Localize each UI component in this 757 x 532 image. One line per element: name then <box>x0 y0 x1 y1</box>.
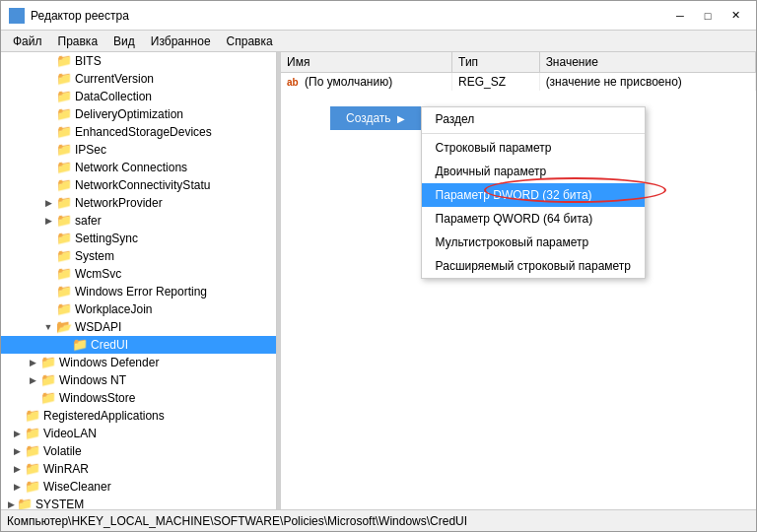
submenu-item-section[interactable]: Раздел <box>422 107 645 131</box>
expander-currentversion <box>40 71 56 87</box>
tree-label-networkconnections: Network Connections <box>75 161 187 174</box>
svg-rect-3 <box>18 17 24 23</box>
expander-wisecleaner: ▶ <box>9 479 25 495</box>
folder-icon-windowsdefender: 📁 <box>40 356 56 369</box>
expander-system <box>40 248 56 264</box>
tree-label-system2: SYSTEM <box>35 498 84 509</box>
submenu-item-multistring[interactable]: Мультистроковый параметр <box>422 231 645 254</box>
folder-icon-volatile: 📁 <box>25 444 40 458</box>
tree-item-windowserrorreporting[interactable]: 📁 Windows Error Reporting <box>1 283 276 300</box>
tree-label-safer: safer <box>75 214 102 228</box>
tree-label-credui: CredUI <box>91 338 128 352</box>
tree-item-wsdapi[interactable]: ▼ 📂 WSDAPI <box>1 318 276 336</box>
right-panel: Имя Тип Значение ab (По умолчанию) REG_S… <box>281 52 756 509</box>
tree-item-volatile[interactable]: ▶ 📁 Volatile <box>1 442 276 460</box>
expander-registeredapplications <box>9 408 25 424</box>
tree-item-credui[interactable]: 📁 CredUI <box>1 336 276 354</box>
menu-favorites[interactable]: Избранное <box>143 33 219 50</box>
folder-icon-wcmsvc: 📁 <box>56 267 72 281</box>
submenu-item-binary[interactable]: Двоичный параметр <box>422 160 645 183</box>
submenu-item-string[interactable]: Строковый параметр <box>422 136 645 160</box>
expander-system2: ▶ <box>1 497 17 509</box>
submenu-item-expandstring[interactable]: Расширяемый строковый параметр <box>422 254 645 278</box>
folder-icon-system2: 📁 <box>17 498 33 509</box>
submenu-item-qword[interactable]: Параметр QWORD (64 бита) <box>422 207 645 231</box>
tree-item-windowsstore[interactable]: 📁 WindowsStore <box>1 389 276 407</box>
tree-item-deliveryoptimization[interactable]: 📁 DeliveryOptimization <box>1 105 276 123</box>
maximize-button[interactable]: □ <box>695 6 721 26</box>
folder-icon-wisecleaner: 📁 <box>25 480 40 494</box>
tree-label-deliveryoptimization: DeliveryOptimization <box>75 107 183 121</box>
reg-type: REG_SZ <box>452 72 540 91</box>
folder-icon-networkconnections: 📁 <box>56 161 72 174</box>
folder-icon-networkconnectivitystatu: 📁 <box>56 178 72 192</box>
expander-workplacejoin <box>40 301 56 317</box>
tree-label-system: System <box>75 249 114 263</box>
expander-windowsstore <box>25 390 40 406</box>
tree-item-ipsec[interactable]: 📁 IPSec <box>1 141 276 159</box>
tree-item-system2[interactable]: ▶ 📁 SYSTEM <box>1 496 276 509</box>
tree-item-bits[interactable]: 📁 BITS <box>1 52 276 70</box>
tree-item-datacollection[interactable]: 📁 DataCollection <box>1 88 276 105</box>
expander-volatile: ▶ <box>9 443 25 459</box>
tree-item-enhancedstoragedevices[interactable]: 📁 EnhancedStorageDevices <box>1 123 276 141</box>
folder-icon-workplacejoin: 📁 <box>56 302 72 316</box>
svg-rect-0 <box>10 9 16 15</box>
folder-icon-currentversion: 📁 <box>56 72 72 86</box>
expander-deliveryoptimization <box>40 106 56 122</box>
expander-wcmsvc <box>40 266 56 282</box>
tree-item-settingsync[interactable]: 📁 SettingSync <box>1 230 276 247</box>
table-row[interactable]: ab (По умолчанию) REG_SZ (значение не пр… <box>281 72 756 91</box>
folder-icon-windowserrorreporting: 📁 <box>56 285 72 299</box>
tree-label-networkconnectivitystatu: NetworkConnectivityStatu <box>75 178 210 192</box>
expander-windowserrorreporting <box>40 284 56 299</box>
close-button[interactable]: ✕ <box>723 6 748 26</box>
title-bar: Редактор реестра ─ □ ✕ <box>1 1 756 31</box>
registry-table: Имя Тип Значение ab (По умолчанию) REG_S… <box>281 52 756 91</box>
menu-view[interactable]: Вид <box>105 33 143 50</box>
menu-edit[interactable]: Правка <box>50 33 106 50</box>
tree-label-bits: BITS <box>75 54 102 68</box>
tree-label-windowserrorreporting: Windows Error Reporting <box>75 285 207 299</box>
main-content: 📁 BITS 📁 CurrentVersion 📁 DataCollection… <box>1 52 756 509</box>
tree-label-windowsnt: Windows NT <box>59 373 126 387</box>
tree-label-windowsstore: WindowsStore <box>59 391 135 405</box>
folder-icon-registeredapplications: 📁 <box>25 409 40 423</box>
expander-wsdapi: ▼ <box>40 319 56 335</box>
folder-icon-windowsstore: 📁 <box>40 391 56 405</box>
tree-label-ipsec: IPSec <box>75 143 106 157</box>
tree-item-windowsdefender[interactable]: ▶ 📁 Windows Defender <box>1 354 276 371</box>
create-arrow-icon: ▶ <box>397 113 405 124</box>
folder-icon-system: 📁 <box>56 249 72 263</box>
submenu-item-dword[interactable]: Параметр DWORD (32 бита) <box>422 183 645 207</box>
tree-item-networkconnections[interactable]: 📁 Network Connections <box>1 159 276 176</box>
tree-item-system[interactable]: 📁 System <box>1 247 276 265</box>
expander-winrar: ▶ <box>9 461 25 477</box>
tree-item-wisecleaner[interactable]: ▶ 📁 WiseCleaner <box>1 478 276 496</box>
menu-help[interactable]: Справка <box>219 33 281 50</box>
tree-item-workplacejoin[interactable]: 📁 WorkplaceJoin <box>1 300 276 318</box>
tree-item-windowsnt[interactable]: ▶ 📁 Windows NT <box>1 371 276 389</box>
col-header-type: Тип <box>452 52 540 72</box>
menu-file[interactable]: Файл <box>5 33 50 50</box>
col-header-value: Значение <box>539 52 755 72</box>
reg-value: (значение не присвоено) <box>539 72 755 91</box>
minimize-button[interactable]: ─ <box>667 6 693 26</box>
tree-item-registeredapplications[interactable]: 📁 RegisteredApplications <box>1 407 276 425</box>
tree-item-videolan[interactable]: ▶ 📁 VideoLAN <box>1 425 276 442</box>
create-button-label: Создать <box>346 111 391 125</box>
tree-item-safer[interactable]: ▶ 📁 safer <box>1 212 276 230</box>
svg-rect-2 <box>10 17 16 23</box>
folder-icon-settingsync: 📁 <box>56 232 72 245</box>
expander-enhancedstoragedevices <box>40 124 56 140</box>
create-button[interactable]: Создать ▶ <box>330 106 421 130</box>
tree-item-winrar[interactable]: ▶ 📁 WinRAR <box>1 460 276 478</box>
menu-bar: Файл Правка Вид Избранное Справка <box>1 31 756 52</box>
tree-item-networkprovider[interactable]: ▶ 📁 NetworkProvider <box>1 194 276 212</box>
tree-item-currentversion[interactable]: 📁 CurrentVersion <box>1 70 276 88</box>
tree-item-networkconnectivitystatu[interactable]: 📁 NetworkConnectivityStatu <box>1 176 276 194</box>
tree-panel[interactable]: 📁 BITS 📁 CurrentVersion 📁 DataCollection… <box>1 52 277 509</box>
tree-item-wcmsvc[interactable]: 📁 WcmSvc <box>1 265 276 283</box>
submenu-divider-1 <box>422 133 645 134</box>
tree-label-windowsdefender: Windows Defender <box>59 356 159 369</box>
